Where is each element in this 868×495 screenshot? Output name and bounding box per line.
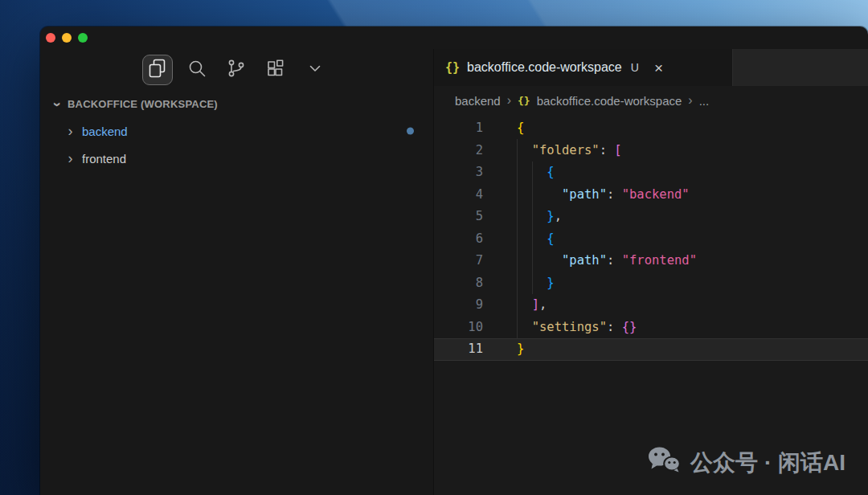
- code-text[interactable]: ],: [517, 297, 547, 312]
- search-icon: [186, 58, 207, 82]
- code-line[interactable]: 7 "path": "frontend": [434, 250, 868, 272]
- workspace-title: BACKOFFICE (WORKSPACE): [68, 98, 218, 110]
- code-text[interactable]: {: [517, 121, 524, 135]
- tab-bar-empty-space: [733, 49, 868, 86]
- line-number[interactable]: 11: [434, 338, 483, 361]
- search-view-button[interactable]: [182, 55, 212, 85]
- line-number[interactable]: 2: [434, 140, 483, 162]
- window-titlebar[interactable]: [40, 27, 868, 49]
- code-line[interactable]: 8 }: [434, 272, 868, 295]
- code-line[interactable]: 4 "path": "backend": [434, 184, 868, 207]
- source-control-view-button[interactable]: [221, 55, 252, 85]
- breadcrumb: backend › {} backoffice.code-workspace ›…: [434, 86, 868, 115]
- minimize-window-button[interactable]: [62, 33, 72, 43]
- code-text[interactable]: {: [517, 231, 555, 246]
- sidebar: › BACKOFFICE (WORKSPACE) › backend › fro…: [40, 49, 434, 495]
- line-number[interactable]: 10: [434, 317, 483, 339]
- extensions-icon: [265, 58, 286, 82]
- line-number[interactable]: 3: [434, 162, 483, 184]
- tab-title: backoffice.code-workspace: [467, 60, 622, 75]
- breadcrumb-symbol[interactable]: ...: [699, 94, 710, 108]
- code-text[interactable]: },: [517, 209, 562, 223]
- tree-item-label: backend: [82, 125, 128, 138]
- code-text[interactable]: "settings": {}: [517, 320, 637, 334]
- wechat-icon: [647, 446, 681, 479]
- line-number[interactable]: 7: [434, 250, 483, 272]
- line-number[interactable]: 4: [434, 184, 483, 207]
- code-line[interactable]: 6 {: [434, 228, 868, 251]
- code-line[interactable]: 1{: [434, 117, 868, 140]
- line-number[interactable]: 8: [434, 272, 483, 295]
- activity-bar: [40, 49, 433, 91]
- more-views-button[interactable]: [300, 55, 330, 85]
- line-number[interactable]: 9: [434, 294, 483, 317]
- line-number[interactable]: 5: [434, 206, 483, 228]
- json-file-icon: {}: [518, 95, 530, 107]
- line-number[interactable]: 1: [434, 117, 483, 140]
- code-text[interactable]: "path": "backend": [517, 187, 690, 202]
- code-lines: 1{2 "folders": [3 {4 "path": "backend"5 …: [434, 117, 868, 361]
- chevron-down-icon: ›: [51, 98, 65, 110]
- tree-item-label: frontend: [82, 152, 126, 166]
- code-line[interactable]: 2 "folders": [: [434, 140, 868, 162]
- explorer-icon: [147, 58, 168, 82]
- code-text[interactable]: "folders": [: [517, 143, 622, 158]
- code-line[interactable]: 10 "settings": {}: [434, 317, 868, 339]
- close-tab-icon[interactable]: ×: [654, 60, 663, 76]
- chevron-right-icon: ›: [64, 151, 76, 166]
- explorer-view-button[interactable]: [142, 55, 173, 85]
- chevron-right-icon: ›: [688, 93, 692, 108]
- breadcrumb-file[interactable]: backoffice.code-workspace: [537, 94, 682, 108]
- code-text[interactable]: }: [517, 342, 524, 356]
- git-status-badge: U: [631, 61, 639, 74]
- changes-badge-dot: [407, 128, 414, 135]
- code-line[interactable]: 5 },: [434, 206, 868, 228]
- code-text[interactable]: }: [517, 276, 555, 290]
- watermark: 公众号 · 闲话AI: [647, 446, 845, 479]
- watermark-text: 公众号 · 闲话AI: [690, 448, 845, 478]
- line-number[interactable]: 6: [434, 228, 483, 251]
- code-line[interactable]: 9 ],: [434, 294, 868, 317]
- close-window-button[interactable]: [46, 33, 55, 43]
- tree-item-backend[interactable]: › backend: [40, 117, 433, 145]
- code-editor[interactable]: 1{2 "folders": [3 {4 "path": "backend"5 …: [434, 115, 868, 495]
- zoom-window-button[interactable]: [78, 33, 88, 43]
- chevron-down-icon: [305, 58, 326, 82]
- code-text[interactable]: "path": "frontend": [517, 253, 697, 268]
- breadcrumb-folder[interactable]: backend: [455, 94, 501, 108]
- tab-bar: {} backoffice.code-workspace U ×: [434, 49, 868, 86]
- vscode-window: › BACKOFFICE (WORKSPACE) › backend › fro…: [40, 27, 868, 495]
- tree-item-frontend[interactable]: › frontend: [40, 145, 433, 172]
- explorer-section-header[interactable]: › BACKOFFICE (WORKSPACE): [40, 91, 433, 117]
- json-file-icon: {}: [445, 60, 460, 75]
- git-branch-icon: [226, 58, 247, 82]
- extensions-view-button[interactable]: [260, 55, 291, 85]
- chevron-right-icon: ›: [507, 93, 511, 108]
- chevron-right-icon: ›: [64, 124, 76, 138]
- code-text[interactable]: {: [517, 165, 555, 179]
- editor-area: {} backoffice.code-workspace U × backend…: [434, 49, 868, 495]
- code-line[interactable]: 3 {: [434, 162, 868, 184]
- tab-backoffice-code-workspace[interactable]: {} backoffice.code-workspace U ×: [434, 49, 733, 86]
- traffic-lights: [46, 33, 88, 43]
- code-line[interactable]: 11}: [434, 338, 868, 361]
